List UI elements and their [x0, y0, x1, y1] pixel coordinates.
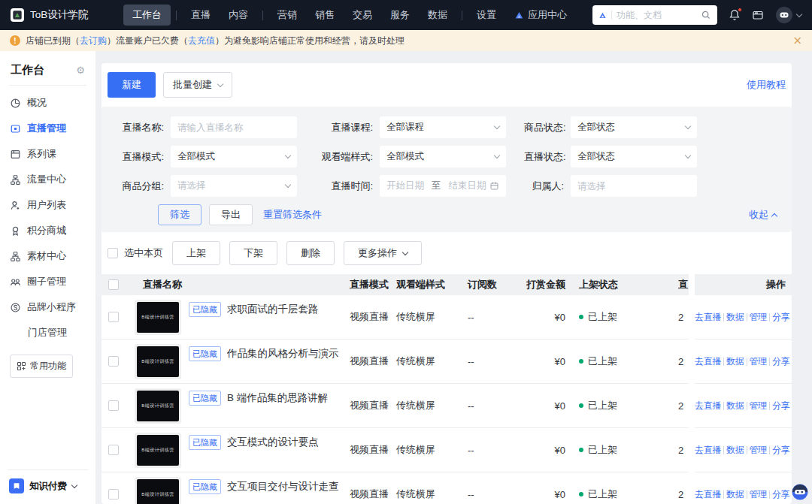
action-data[interactable]: 数据 [726, 444, 744, 457]
nav-item-settings[interactable]: 设置 [468, 5, 505, 26]
create-button[interactable]: 新建 [108, 72, 156, 98]
sidebar-item-brand-miniapp[interactable]: 品牌小程序 [0, 294, 95, 320]
action-share[interactable]: 分享 [772, 444, 789, 457]
sidebar-item-live-management[interactable]: 直播管理 [0, 116, 95, 141]
export-button[interactable]: 导出 [209, 204, 253, 225]
action-share[interactable]: 分享 [772, 355, 789, 368]
global-search[interactable] [592, 5, 717, 25]
action-data[interactable]: 数据 [726, 311, 744, 324]
nav-item-app-center[interactable]: 应用中心 [505, 5, 576, 26]
live-name-input-field[interactable] [177, 122, 290, 133]
sidebar-item-traffic-center[interactable]: 流量中心 [0, 167, 95, 192]
live-thumbnail: B端设计训练营 [135, 300, 181, 335]
nav-item-content[interactable]: 内容 [220, 5, 257, 26]
owner-input-field[interactable] [577, 181, 690, 192]
common-functions-button[interactable]: 常用功能 [10, 355, 73, 378]
cell-actions: 去直播数据管理分享⋯ [695, 340, 792, 384]
sidebar-item-overview[interactable]: 概况 [0, 90, 95, 116]
sidebar-item-store-management[interactable]: 门店管理 [0, 320, 95, 346]
action-manage[interactable]: 管理 [750, 444, 767, 457]
table-row: B端设计训练营 已隐藏求职面试的千层套路 视频直播 传统横屏 -- ¥0 已上架… [102, 295, 792, 340]
sidebar-item-circle-management[interactable]: 圈子管理 [0, 269, 95, 294]
thumbnail-text: B端设计训练营 [137, 479, 179, 504]
row-checkbox[interactable] [108, 400, 119, 411]
fixed-column-gap [689, 340, 695, 384]
sidebar-item-label: 品牌小程序 [27, 300, 76, 314]
live-course-select[interactable]: 全部课程 [380, 116, 506, 138]
user-menu[interactable] [775, 6, 801, 24]
nav-item-sales[interactable]: 销售 [306, 5, 344, 26]
assistant-robot-icon[interactable] [792, 484, 808, 500]
nav-item-service[interactable]: 服务 [381, 5, 419, 26]
filter-button[interactable]: 筛选 [158, 204, 201, 225]
collapse-label: 收起 [749, 208, 768, 222]
select-page-checkbox[interactable] [108, 248, 118, 258]
cell-status: 已上架 [565, 384, 678, 428]
row-checkbox[interactable] [108, 312, 119, 322]
action-go-live[interactable]: 去直播 [695, 444, 721, 457]
cell-view-style: 传统横屏 [396, 340, 468, 384]
action-go-live[interactable]: 去直播 [695, 400, 721, 412]
nav-item-workbench[interactable]: 工作台 [123, 5, 171, 26]
action-data[interactable]: 数据 [726, 488, 744, 501]
go-recharge-link[interactable]: 去充值 [188, 35, 215, 46]
row-checkbox[interactable] [108, 489, 119, 499]
hidden-badge: 已隐藏 [189, 302, 221, 317]
cell-status: 已上架 [565, 428, 678, 472]
product-status-select[interactable]: 全部状态 [571, 116, 697, 138]
chevron-down-icon [796, 11, 802, 17]
action-data[interactable]: 数据 [726, 400, 744, 412]
action-go-live[interactable]: 去直播 [695, 488, 721, 501]
sidebar-item-points-mall[interactable]: 积分商城 [0, 218, 95, 243]
tutorial-link[interactable]: 使用教程 [747, 78, 786, 92]
cell-live-time-clipped: 2 [678, 428, 689, 472]
view-style-select[interactable]: 全部模式 [380, 146, 506, 167]
nav-item-marketing[interactable]: 营销 [268, 5, 306, 26]
sidebar-item-user-list[interactable]: 用户列表 [0, 192, 95, 218]
action-manage[interactable]: 管理 [750, 488, 767, 501]
action-go-live[interactable]: 去直播 [695, 311, 721, 324]
sidebar-item-label: 积分商城 [27, 224, 66, 237]
action-share[interactable]: 分享 [772, 488, 789, 501]
search-input[interactable] [617, 10, 696, 20]
action-share[interactable]: 分享 [772, 311, 789, 324]
cell-view-style: 传统横屏 [396, 472, 468, 504]
nav-item-live[interactable]: 直播 [182, 5, 220, 26]
live-mode-select[interactable]: 全部模式 [171, 146, 297, 167]
nav-item-data[interactable]: 数据 [419, 5, 456, 26]
knowledge-pay-switcher[interactable]: 知识付费 [8, 469, 88, 504]
action-manage[interactable]: 管理 [750, 311, 767, 324]
action-go-live[interactable]: 去直播 [695, 355, 721, 368]
sidebar-item-material-center[interactable]: 素材中心 [0, 243, 95, 269]
action-manage[interactable]: 管理 [750, 355, 767, 368]
filter-label: 商品分组: [117, 180, 171, 193]
go-subscribe-link[interactable]: 去订购 [80, 35, 107, 46]
live-time-range-picker[interactable]: 开始日期 至 结束日期 [380, 175, 506, 197]
action-manage[interactable]: 管理 [750, 400, 767, 412]
notification-bell-icon[interactable] [729, 9, 741, 21]
publish-button[interactable]: 上架 [172, 241, 220, 265]
select-all-checkbox[interactable] [108, 279, 119, 290]
reset-filters-link[interactable]: 重置筛选条件 [263, 208, 322, 222]
more-actions-button[interactable]: 更多操作 [344, 241, 422, 265]
batch-create-button[interactable]: 批量创建 [163, 72, 232, 98]
row-checkbox[interactable] [108, 356, 119, 367]
unpublish-button[interactable]: 下架 [229, 241, 277, 265]
delete-button[interactable]: 删除 [286, 241, 335, 265]
store-icon[interactable] [752, 9, 764, 21]
table-header: 直播名称 直播模式 观看端样式 订阅数 打赏金额 上架状态 直 操作 [102, 274, 792, 295]
collapse-toggle[interactable]: 收起 [749, 208, 777, 222]
live-name-input[interactable] [171, 116, 297, 138]
action-share[interactable]: 分享 [772, 400, 789, 412]
owner-input[interactable] [571, 175, 697, 197]
product-group-select[interactable]: 请选择 [171, 175, 297, 197]
live-status-select[interactable]: 全部状态 [571, 146, 697, 167]
cell-subscriptions: -- [468, 295, 514, 340]
action-data[interactable]: 数据 [726, 355, 744, 368]
sidebar-item-course-series[interactable]: 系列课 [0, 141, 95, 167]
nav-item-trade[interactable]: 交易 [344, 5, 381, 26]
close-icon[interactable]: × [792, 35, 802, 47]
gear-icon[interactable]: ⚙ [76, 65, 85, 76]
row-checkbox[interactable] [108, 445, 119, 455]
select-value: 全部课程 [386, 121, 424, 134]
